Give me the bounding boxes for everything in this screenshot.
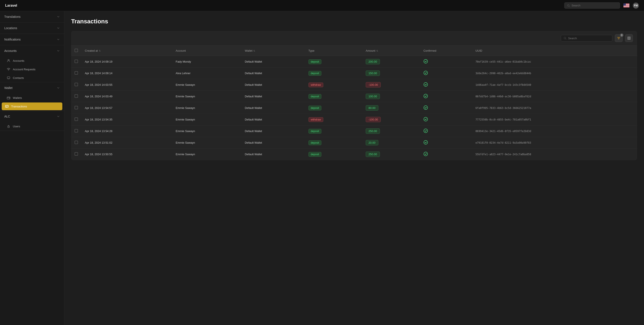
row-amount: 20.00	[362, 137, 420, 149]
sidebar: Translations Locations Notifications Acc…	[0, 11, 64, 325]
svg-point-22	[424, 71, 428, 75]
search-icon	[567, 4, 570, 7]
sidebar-section-header-alc[interactable]: ALC	[0, 111, 64, 122]
row-checkbox-cell	[71, 137, 82, 149]
svg-point-14	[9, 98, 10, 99]
table-row: Apr 18, 2024 13:51:02Emmie SawaynDefault…	[71, 137, 637, 149]
sidebar-item-accounts[interactable]: Accounts	[0, 56, 64, 65]
row-amount: -100.00	[362, 114, 420, 125]
select-all-checkbox[interactable]	[74, 49, 78, 52]
confirmed-icon	[423, 59, 428, 64]
sidebar-section-header-wallet[interactable]: Wallet	[0, 82, 64, 94]
row-checkbox[interactable]	[74, 106, 78, 109]
sidebar-section-header-accounts[interactable]: Accounts	[0, 45, 64, 56]
type-badge: deposit	[308, 71, 322, 76]
svg-rect-19	[628, 37, 629, 40]
svg-point-29	[424, 152, 428, 156]
row-checkbox[interactable]	[74, 118, 78, 121]
row-checkbox-cell	[71, 56, 82, 68]
sidebar-item-label-contacts: Contacts	[13, 76, 24, 80]
row-uuid: 0699413e-3421-45d6-8f35-e0597fe2b83d	[472, 125, 637, 137]
sidebar-item-label-accounts: Accounts	[13, 59, 24, 62]
sidebar-section-header-translations[interactable]: Translations	[0, 11, 64, 22]
filter-button[interactable]: 0	[615, 34, 622, 42]
confirmed-icon	[423, 94, 428, 98]
table-row: Apr 18, 2024 14:09:19Fady MondyDefault W…	[71, 56, 637, 68]
row-uuid: 7772550b-0cc0-4855-be4c-781a057a0bf1	[472, 114, 637, 125]
row-checkbox[interactable]	[74, 152, 78, 156]
chevron-icon	[57, 49, 60, 52]
sidebar-item-wallets[interactable]: Wallets	[0, 94, 64, 102]
row-amount: 200.00	[362, 56, 420, 68]
row-account: Emmie Sawayn	[172, 114, 242, 125]
row-checkbox-cell	[71, 125, 82, 137]
chevron-icon	[57, 115, 60, 118]
sidebar-section-wallet: Wallet Wallets Transactions	[0, 82, 64, 111]
uuid-value: 0699413e-3421-45d6-8f35-e0597fe2b83d	[476, 130, 531, 133]
row-uuid: 06fdd7b4-1d86-44b0-ac36-b805a8baf62d	[472, 91, 637, 102]
navbar-search-input[interactable]	[572, 4, 617, 7]
th-account: Account	[172, 46, 242, 56]
navbar-search[interactable]	[564, 2, 620, 9]
transactions-icon	[5, 105, 8, 108]
navbar-left: Laravel	[5, 4, 17, 8]
th-amount[interactable]: Amount⇅	[362, 46, 420, 56]
row-checkbox[interactable]	[74, 60, 78, 63]
transactions-table: Created at⇅AccountWallet⇅TypeAmount⇅Conf…	[71, 46, 637, 160]
table-row: Apr 18, 2024 13:50:55Emmie SawaynDefault…	[71, 149, 637, 160]
svg-point-26	[424, 117, 428, 121]
amount-value: -100.00	[366, 82, 381, 88]
navbar-right: FM	[564, 2, 639, 9]
uuid-value: 3dde264c-2998-462b-a8ad-ee42e6dd844b	[476, 72, 531, 75]
confirmed-icon	[423, 128, 428, 133]
sidebar-item-contacts[interactable]: Contacts	[0, 74, 64, 82]
table-row: Apr 18, 2024 13:54:57Emmie SawaynDefault…	[71, 102, 637, 114]
user-avatar[interactable]: FM	[633, 3, 639, 9]
confirmed-icon	[423, 82, 428, 87]
row-checkbox-cell	[71, 68, 82, 79]
app-brand: Laravel	[5, 4, 17, 8]
row-amount: 80.00	[362, 102, 420, 114]
row-checkbox[interactable]	[74, 71, 78, 75]
sort-icon-amount: ⇅	[376, 50, 378, 52]
table-search-input[interactable]	[568, 37, 610, 40]
row-type: deposit	[305, 102, 362, 114]
row-uuid: 3dde264c-2998-462b-a8ad-ee42e6dd844b	[472, 68, 637, 79]
row-wallet: Default Wallet	[242, 79, 305, 91]
sidebar-item-account-requests[interactable]: Account Requests	[0, 65, 64, 74]
table-row: Apr 18, 2024 14:09:14Alva LehnerDefault …	[71, 68, 637, 79]
row-checkbox-cell	[71, 79, 82, 91]
sidebar-section-label-wallet: Wallet	[4, 86, 12, 90]
sidebar-section-alc: ALC Users	[0, 111, 64, 131]
table-row: Apr 18, 2024 14:03:55Emmie SawaynDefault…	[71, 79, 637, 91]
filter-icon	[617, 37, 620, 40]
th-created_at[interactable]: Created at⇅	[82, 46, 172, 56]
svg-rect-16	[8, 126, 10, 128]
sidebar-section-header-notifications[interactable]: Notifications	[0, 34, 64, 45]
row-checkbox[interactable]	[74, 141, 78, 144]
row-created-at: Apr 18, 2024 13:54:57	[82, 102, 172, 114]
th-wallet[interactable]: Wallet⇅	[242, 46, 305, 56]
columns-button[interactable]	[625, 34, 633, 42]
row-checkbox[interactable]	[74, 129, 78, 133]
svg-point-23	[424, 83, 428, 86]
row-amount: 250.00	[362, 125, 420, 137]
row-created-at: Apr 18, 2024 14:09:19	[82, 56, 172, 68]
language-flag[interactable]	[624, 4, 630, 8]
row-checkbox[interactable]	[74, 83, 78, 86]
row-checkbox[interactable]	[74, 94, 78, 98]
table-search[interactable]	[561, 35, 612, 42]
columns-icon	[627, 37, 631, 40]
sidebar-item-users[interactable]: Users	[0, 122, 64, 131]
sidebar-section-label-accounts: Accounts	[4, 49, 17, 53]
sidebar-section-translations: Translations	[0, 11, 64, 23]
sidebar-section-header-locations[interactable]: Locations	[0, 23, 64, 34]
row-account: Emmie Sawayn	[172, 91, 242, 102]
svg-line-1	[569, 6, 570, 7]
svg-point-27	[424, 129, 428, 133]
sidebar-item-label-users: Users	[13, 125, 20, 128]
row-wallet: Default Wallet	[242, 149, 305, 160]
svg-line-18	[566, 39, 566, 39]
lock-icon	[7, 125, 10, 128]
sidebar-item-transactions[interactable]: Transactions	[2, 103, 62, 110]
